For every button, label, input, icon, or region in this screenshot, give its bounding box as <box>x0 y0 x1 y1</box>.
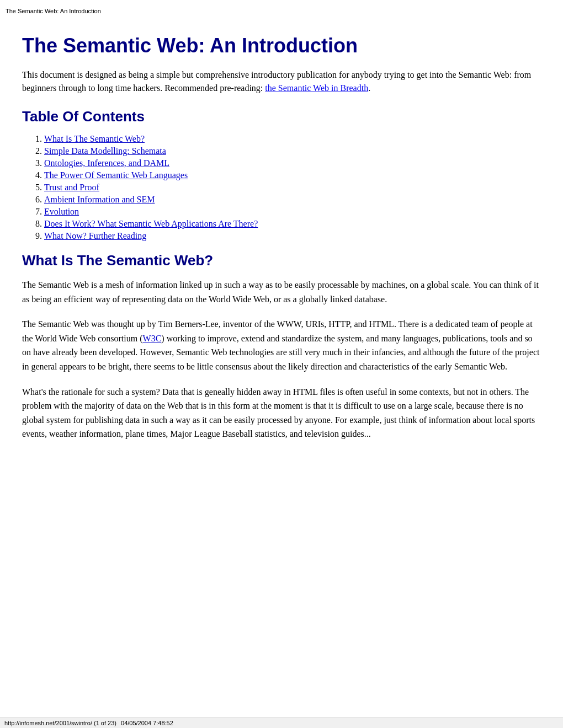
page-main-heading: The Semantic Web: An Introduction <box>22 34 541 57</box>
toc-link-6[interactable]: Ambient Information and SEM <box>44 195 155 204</box>
toc-item-1: What Is The Semantic Web? <box>44 134 541 144</box>
toc-list: What Is The Semantic Web?Simple Data Mod… <box>44 134 541 241</box>
toc-item-6: Ambient Information and SEM <box>44 195 541 205</box>
section1-para3: What's the rationale for such a system? … <box>22 385 541 441</box>
status-datetime: 04/05/2004 7:48:52 <box>121 720 173 726</box>
toc-link-7[interactable]: Evolution <box>44 207 79 216</box>
intro-paragraph: This document is designed as being a sim… <box>22 68 541 95</box>
toc-link-5[interactable]: Trust and Proof <box>44 183 99 192</box>
intro-link[interactable]: the Semantic Web in Breadth <box>265 83 368 93</box>
section1-para1: The Semantic Web is a mesh of informatio… <box>22 278 541 306</box>
toc-item-7: Evolution <box>44 207 541 217</box>
toc-link-8[interactable]: Does It Work? What Semantic Web Applicat… <box>44 219 258 228</box>
toc-link-4[interactable]: The Power Of Semantic Web Languages <box>44 170 188 180</box>
toc-item-3: Ontologies, Inferences, and DAML <box>44 158 541 168</box>
section1-heading: What Is The Semantic Web? <box>22 252 541 269</box>
toc-link-1[interactable]: What Is The Semantic Web? <box>44 134 145 143</box>
status-url: http://infomesh.net/2001/swintro/ (1 of … <box>4 720 116 726</box>
toc-item-5: Trust and Proof <box>44 183 541 192</box>
main-content: The Semantic Web: An Introduction This d… <box>0 18 563 474</box>
toc-link-2[interactable]: Simple Data Modelling: Schemata <box>44 146 166 156</box>
toc-link-9[interactable]: What Now? Further Reading <box>44 231 146 240</box>
toc-heading: Table Of Contents <box>22 108 541 125</box>
toc-item-4: The Power Of Semantic Web Languages <box>44 170 541 180</box>
section1-para2: The Semantic Web was thought up by Tim B… <box>22 317 541 373</box>
w3c-link[interactable]: W3C <box>143 334 162 343</box>
toc-item-9: What Now? Further Reading <box>44 231 541 241</box>
toc-item-8: Does It Work? What Semantic Web Applicat… <box>44 219 541 229</box>
toc-link-3[interactable]: Ontologies, Inferences, and DAML <box>44 158 169 168</box>
toc-item-2: Simple Data Modelling: Schemata <box>44 146 541 156</box>
status-bar: http://infomesh.net/2001/swintro/ (1 of … <box>0 718 563 728</box>
browser-title: The Semantic Web: An Introduction <box>0 6 563 18</box>
intro-period: . <box>368 83 370 93</box>
